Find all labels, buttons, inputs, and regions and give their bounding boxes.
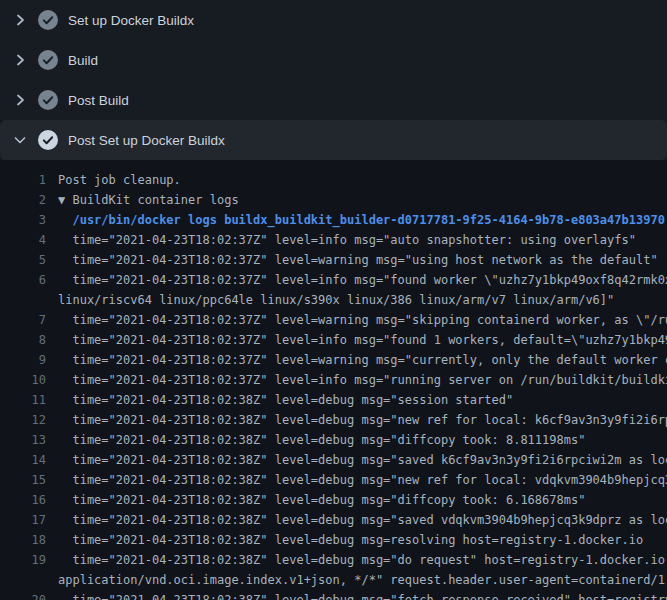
log-line-number[interactable]: 8 (0, 330, 46, 350)
log-line-text: time="2021-04-23T18:02:37Z" level=info m… (58, 230, 636, 250)
step-label: Build (68, 53, 98, 68)
log-line-14: 14 time="2021-04-23T18:02:38Z" level=deb… (0, 450, 667, 470)
log-group-toggle[interactable]: ▼ BuildKit container logs (58, 190, 239, 210)
log-line-11: 11 time="2021-04-23T18:02:38Z" level=deb… (0, 390, 667, 410)
log-line-number[interactable]: 17 (0, 510, 46, 530)
log-line-number[interactable]: 6 (0, 270, 46, 290)
log-line-number (0, 290, 46, 310)
log-line-continuation: application/vnd.oci.image.index.v1+json,… (0, 570, 667, 590)
log-line-number[interactable]: 1 (0, 170, 46, 190)
check-circle-icon (38, 10, 58, 30)
actions-log-viewer: Set up Docker Buildx Build Post Build (0, 0, 667, 600)
log-line-4: 4 time="2021-04-23T18:02:37Z" level=info… (0, 230, 667, 250)
log-line-number[interactable]: 20 (0, 590, 46, 600)
log-line-text: time="2021-04-23T18:02:38Z" level=debug … (58, 470, 667, 490)
log-line-number[interactable]: 14 (0, 450, 46, 470)
log-line-text: time="2021-04-23T18:02:38Z" level=debug … (58, 490, 585, 510)
log-line-text: time="2021-04-23T18:02:38Z" level=debug … (58, 550, 667, 570)
log-line-10: 10 time="2021-04-23T18:02:37Z" level=inf… (0, 370, 667, 390)
log-line-text: time="2021-04-23T18:02:37Z" level=info m… (58, 330, 667, 350)
log-line-number[interactable]: 16 (0, 490, 46, 510)
step-list: Set up Docker Buildx Build Post Build (0, 0, 667, 160)
log-line-number[interactable]: 19 (0, 550, 46, 570)
log-line-19: 19 time="2021-04-23T18:02:38Z" level=deb… (0, 550, 667, 570)
chevron-right-icon[interactable] (12, 12, 28, 28)
log-line-text: time="2021-04-23T18:02:37Z" level=warnin… (58, 350, 667, 370)
chevron-down-icon[interactable] (12, 132, 28, 148)
log-line-1: 1Post job cleanup. (0, 170, 667, 190)
log-line-text: time="2021-04-23T18:02:38Z" level=debug … (58, 530, 643, 550)
log-line-text: Post job cleanup. (58, 170, 181, 190)
log-command-text: /usr/bin/docker logs buildx_buildkit_bui… (58, 210, 665, 230)
log-line-text: time="2021-04-23T18:02:38Z" level=debug … (58, 430, 585, 450)
log-line-text: time="2021-04-23T18:02:38Z" level=debug … (58, 510, 667, 530)
log-line-number (0, 570, 46, 590)
step-build[interactable]: Build (0, 40, 667, 80)
step-post-set-up-docker-buildx[interactable]: Post Set up Docker Buildx (0, 120, 667, 160)
check-circle-icon (38, 130, 58, 150)
log-line-text: time="2021-04-23T18:02:38Z" level=debug … (58, 390, 513, 410)
log-line-text: time="2021-04-23T18:02:37Z" level=info m… (58, 370, 667, 390)
log-line-number[interactable]: 13 (0, 430, 46, 450)
log-line-text: application/vnd.oci.image.index.v1+json,… (58, 570, 667, 590)
check-circle-icon (38, 90, 58, 110)
log-line-3: 3 /usr/bin/docker logs buildx_buildkit_b… (0, 210, 667, 230)
log-line-number[interactable]: 9 (0, 350, 46, 370)
log-line-text: time="2021-04-23T18:02:37Z" level=warnin… (58, 250, 658, 270)
log-line-15: 15 time="2021-04-23T18:02:38Z" level=deb… (0, 470, 667, 490)
log-line-16: 16 time="2021-04-23T18:02:38Z" level=deb… (0, 490, 667, 510)
log-line-2: 2▼ BuildKit container logs (0, 190, 667, 210)
log-line-17: 17 time="2021-04-23T18:02:38Z" level=deb… (0, 510, 667, 530)
log-line-8: 8 time="2021-04-23T18:02:37Z" level=info… (0, 330, 667, 350)
log-line-number[interactable]: 12 (0, 410, 46, 430)
log-line-number[interactable]: 2 (0, 190, 46, 210)
log-line-6: 6 time="2021-04-23T18:02:37Z" level=info… (0, 270, 667, 290)
log-line-text: time="2021-04-23T18:02:38Z" level=debug … (58, 450, 667, 470)
log-line-7: 7 time="2021-04-23T18:02:37Z" level=warn… (0, 310, 667, 330)
log-line-number[interactable]: 7 (0, 310, 46, 330)
log-output: 1Post job cleanup.2▼ BuildKit container … (0, 160, 667, 600)
log-line-20: 20 time="2021-04-23T18:02:38Z" level=deb… (0, 590, 667, 600)
log-line-number[interactable]: 5 (0, 250, 46, 270)
log-line-number[interactable]: 15 (0, 470, 46, 490)
log-line-number[interactable]: 4 (0, 230, 46, 250)
log-line-text: time="2021-04-23T18:02:38Z" level=debug … (58, 590, 667, 600)
chevron-right-icon[interactable] (12, 52, 28, 68)
log-line-18: 18 time="2021-04-23T18:02:38Z" level=deb… (0, 530, 667, 550)
log-line-text: time="2021-04-23T18:02:37Z" level=info m… (58, 270, 667, 290)
log-line-number[interactable]: 10 (0, 370, 46, 390)
log-line-13: 13 time="2021-04-23T18:02:38Z" level=deb… (0, 430, 667, 450)
log-line-5: 5 time="2021-04-23T18:02:37Z" level=warn… (0, 250, 667, 270)
step-label: Post Set up Docker Buildx (68, 133, 225, 148)
log-line-12: 12 time="2021-04-23T18:02:38Z" level=deb… (0, 410, 667, 430)
log-line-continuation: linux/riscv64 linux/ppc64le linux/s390x … (0, 290, 667, 310)
log-line-number[interactable]: 18 (0, 530, 46, 550)
step-label: Set up Docker Buildx (68, 13, 194, 28)
chevron-right-icon[interactable] (12, 92, 28, 108)
log-line-text: time="2021-04-23T18:02:38Z" level=debug … (58, 410, 667, 430)
log-line-text: time="2021-04-23T18:02:37Z" level=warnin… (58, 310, 667, 330)
step-post-build[interactable]: Post Build (0, 80, 667, 120)
step-label: Post Build (68, 93, 129, 108)
check-circle-icon (38, 50, 58, 70)
step-set-up-docker-buildx[interactable]: Set up Docker Buildx (0, 0, 667, 40)
log-line-number[interactable]: 11 (0, 390, 46, 410)
log-line-9: 9 time="2021-04-23T18:02:37Z" level=warn… (0, 350, 667, 370)
log-line-text: linux/riscv64 linux/ppc64le linux/s390x … (58, 290, 614, 310)
log-line-number[interactable]: 3 (0, 210, 46, 230)
